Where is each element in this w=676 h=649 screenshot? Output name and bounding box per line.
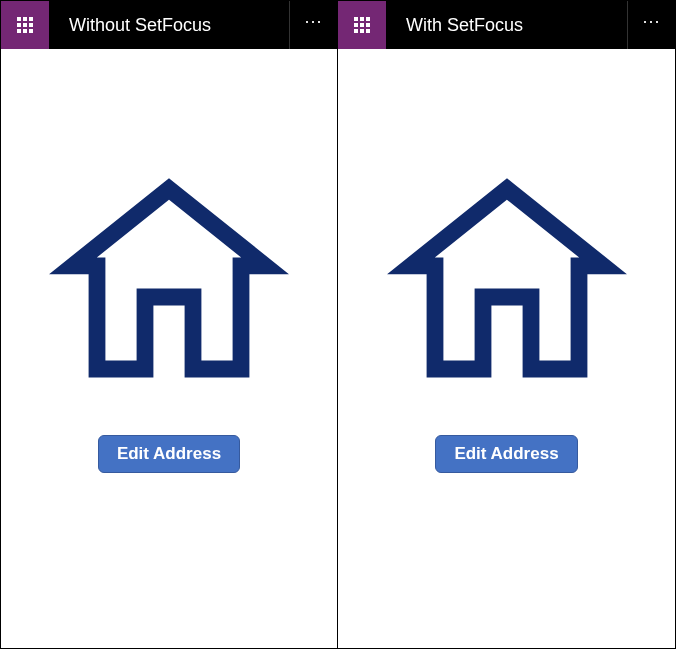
screen-content: Edit Address [1,49,337,648]
more-options-button[interactable]: ··· [289,1,337,49]
titlebar: Without SetFocus ··· [1,1,337,49]
app-launcher-icon [354,17,370,33]
home-icon [49,165,289,405]
screen-content: Edit Address [338,49,675,648]
app-title: With SetFocus [386,1,627,49]
ellipsis-icon: ··· [642,12,660,30]
edit-address-button[interactable]: Edit Address [435,435,577,473]
app-title: Without SetFocus [49,1,289,49]
app-launcher-button[interactable] [1,1,49,49]
home-icon [387,165,627,405]
ellipsis-icon: ··· [304,12,322,30]
app-pane-left: Without SetFocus ··· Edit Address [0,0,338,649]
edit-address-button[interactable]: Edit Address [98,435,240,473]
app-pane-right: With SetFocus ··· Edit Address [338,0,676,649]
app-launcher-button[interactable] [338,1,386,49]
titlebar: With SetFocus ··· [338,1,675,49]
app-launcher-icon [17,17,33,33]
more-options-button[interactable]: ··· [627,1,675,49]
